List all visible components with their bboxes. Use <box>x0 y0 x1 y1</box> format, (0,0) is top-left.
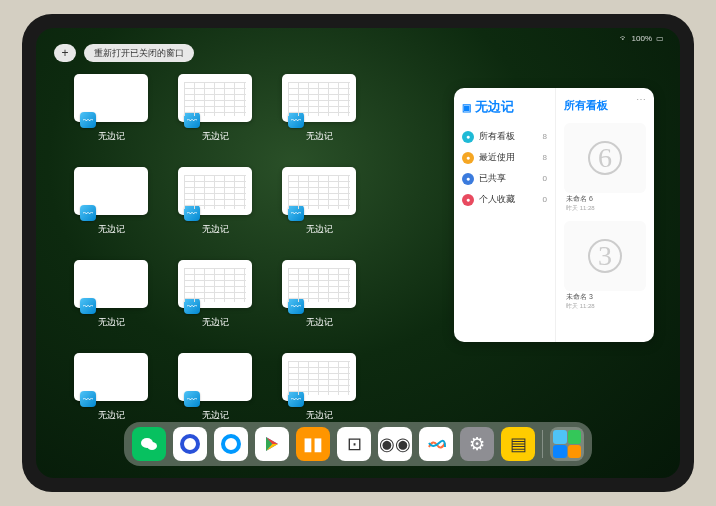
board-thumbnail-glyph: 6 <box>588 141 622 175</box>
books-app-icon[interactable]: ▮▮ <box>296 427 330 461</box>
wifi-icon: ᯤ <box>620 34 628 43</box>
quark-app-icon[interactable] <box>173 427 207 461</box>
status-bar: ᯤ 100% ▭ <box>620 34 664 43</box>
window-thumbnail[interactable]: 〰 无边记 <box>74 353 148 422</box>
thumbnail-preview: 〰 <box>74 353 148 401</box>
battery-text: 100% <box>632 34 652 43</box>
window-thumbnail[interactable]: 〰 无边记 <box>282 353 356 422</box>
wechat-app-icon[interactable] <box>132 427 166 461</box>
freeform-icon: 〰 <box>80 112 96 128</box>
top-controls: + 重新打开已关闭的窗口 <box>54 44 194 62</box>
freeform-icon: 〰 <box>184 391 200 407</box>
freeform-icon: 〰 <box>288 205 304 221</box>
category-icon: ● <box>462 152 474 164</box>
sidebar-item-count: 0 <box>543 195 547 204</box>
more-menu-icon[interactable]: ⋯ <box>636 94 646 105</box>
reopen-closed-window-button[interactable]: 重新打开已关闭的窗口 <box>84 44 194 62</box>
dock: ▮▮⊡◉◉⚙▤ <box>124 422 592 466</box>
freeform-icon: 〰 <box>184 112 200 128</box>
app-title: ▣ 无边记 <box>462 98 547 116</box>
thumbnail-preview: 〰 <box>178 167 252 215</box>
sidebar-item-label: 已共享 <box>479 172 506 185</box>
connect-app-icon[interactable]: ◉◉ <box>378 427 412 461</box>
dice-app-icon[interactable]: ⊡ <box>337 427 371 461</box>
settings-app-icon[interactable]: ⚙ <box>460 427 494 461</box>
thumbnail-preview: 〰 <box>74 167 148 215</box>
freeform-icon: 〰 <box>288 391 304 407</box>
sidebar-icon: ▣ <box>462 102 471 113</box>
thumbnail-label: 无边记 <box>202 316 229 329</box>
battery-icon: ▭ <box>656 34 664 43</box>
svg-point-3 <box>223 436 239 452</box>
sidebar-item-count: 8 <box>543 153 547 162</box>
window-thumbnail[interactable]: 〰 无边记 <box>282 260 356 329</box>
thumbnail-preview: 〰 <box>282 74 356 122</box>
board-name: 未命名 3 <box>566 292 595 302</box>
sidebar-item-count: 8 <box>543 132 547 141</box>
sidebar-item[interactable]: ● 所有看板 8 <box>462 126 547 147</box>
freeform-icon: 〰 <box>80 391 96 407</box>
window-thumbnail[interactable]: 〰 无边记 <box>74 74 148 143</box>
category-icon: ● <box>462 173 474 185</box>
sidebar-item-label: 最近使用 <box>479 151 515 164</box>
window-thumbnail[interactable]: 〰 无边记 <box>178 74 252 143</box>
freeform-icon: 〰 <box>184 298 200 314</box>
board-meta: 未命名 6 昨天 11:28 <box>566 194 595 213</box>
thumbnail-preview: 〰 <box>282 260 356 308</box>
thumbnail-label: 无边记 <box>98 409 125 422</box>
board-card[interactable]: 3 未命名 3 昨天 11:28 <box>564 221 646 291</box>
window-thumbnail[interactable]: 〰 无边记 <box>178 260 252 329</box>
app-switcher-grid: 〰 无边记 〰 无边记 〰 无边记 〰 无边记 〰 无边记 〰 无边记 〰 无边… <box>74 74 444 422</box>
window-thumbnail[interactable]: 〰 无边记 <box>74 167 148 236</box>
qqbrowser-app-icon[interactable] <box>214 427 248 461</box>
window-thumbnail[interactable]: 〰 无边记 <box>178 353 252 422</box>
board-thumbnail-glyph: 3 <box>588 239 622 273</box>
sidebar-item-label: 个人收藏 <box>479 193 515 206</box>
add-button[interactable]: + <box>54 44 76 62</box>
window-thumbnail[interactable]: 〰 无边记 <box>282 74 356 143</box>
app-title-text: 无边记 <box>475 98 514 116</box>
board-time: 昨天 11:28 <box>566 204 595 213</box>
thumbnail-label: 无边记 <box>202 223 229 236</box>
sidebar-item[interactable]: ● 个人收藏 0 <box>462 189 547 210</box>
thumbnail-label: 无边记 <box>306 130 333 143</box>
ipad-frame: ᯤ 100% ▭ + 重新打开已关闭的窗口 〰 无边记 〰 无边记 〰 无边记 … <box>22 14 694 492</box>
board-name: 未命名 6 <box>566 194 595 204</box>
freeform-window[interactable]: ▣ 无边记 ● 所有看板 8 ● 最近使用 8 ● 已共享 0 ● 个人收藏 0… <box>454 88 654 342</box>
window-thumbnail[interactable]: 〰 无边记 <box>178 167 252 236</box>
play-app-icon[interactable] <box>255 427 289 461</box>
board-meta: 未命名 3 昨天 11:28 <box>566 292 595 311</box>
screen: ᯤ 100% ▭ + 重新打开已关闭的窗口 〰 无边记 〰 无边记 〰 无边记 … <box>36 28 680 478</box>
thumbnail-preview: 〰 <box>74 260 148 308</box>
svg-point-2 <box>182 436 198 452</box>
sidebar-item[interactable]: ● 最近使用 8 <box>462 147 547 168</box>
thumbnail-preview: 〰 <box>178 74 252 122</box>
thumbnail-label: 无边记 <box>306 223 333 236</box>
thumbnail-label: 无边记 <box>202 409 229 422</box>
thumbnail-label: 无边记 <box>98 223 125 236</box>
thumbnail-preview: 〰 <box>178 260 252 308</box>
thumbnail-label: 无边记 <box>98 130 125 143</box>
notes-app-icon[interactable]: ▤ <box>501 427 535 461</box>
thumbnail-label: 无边记 <box>202 130 229 143</box>
window-thumbnail[interactable]: 〰 无边记 <box>74 260 148 329</box>
thumbnail-label: 无边记 <box>98 316 125 329</box>
freeform-icon: 〰 <box>184 205 200 221</box>
thumbnail-preview: 〰 <box>178 353 252 401</box>
thumbnail-preview: 〰 <box>282 167 356 215</box>
board-list-title: 所有看板 <box>564 98 646 113</box>
board-time: 昨天 11:28 <box>566 302 595 311</box>
freeform-app-icon[interactable] <box>419 427 453 461</box>
thumbnail-label: 无边记 <box>306 316 333 329</box>
freeform-icon: 〰 <box>80 205 96 221</box>
sidebar-item-count: 0 <box>543 174 547 183</box>
recent-apps-group[interactable] <box>550 427 584 461</box>
sidebar-item[interactable]: ● 已共享 0 <box>462 168 547 189</box>
sidebar-item-label: 所有看板 <box>479 130 515 143</box>
svg-point-1 <box>147 442 157 450</box>
freeform-icon: 〰 <box>288 112 304 128</box>
thumbnail-preview: 〰 <box>74 74 148 122</box>
freeform-icon: 〰 <box>80 298 96 314</box>
window-thumbnail[interactable]: 〰 无边记 <box>282 167 356 236</box>
board-card[interactable]: 6 未命名 6 昨天 11:28 <box>564 123 646 193</box>
